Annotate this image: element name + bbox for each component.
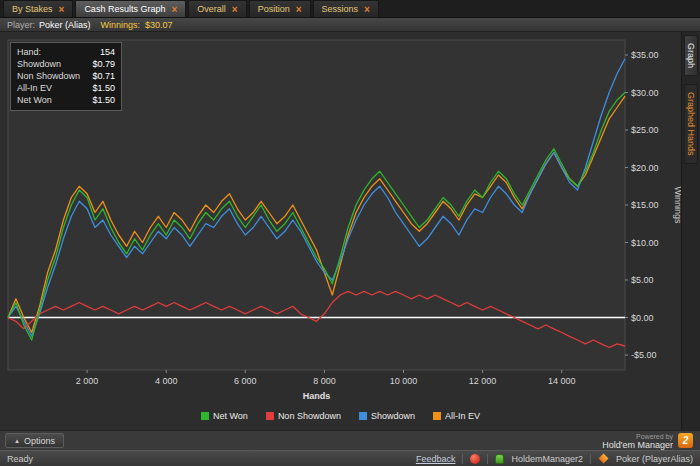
tab-cash-results-graph[interactable]: Cash Results Graph× xyxy=(75,0,186,17)
status-player-alias: Poker (PlayerAlias) xyxy=(616,454,693,464)
info-value: $1.50 xyxy=(92,94,115,106)
winnings-value: $30.07 xyxy=(145,20,173,30)
info-row-all-in-ev: All-In EV$1.50 xyxy=(17,82,115,94)
legend-swatch-icon xyxy=(201,412,209,420)
player-name: Poker (Alias) xyxy=(39,20,91,30)
tab-overall[interactable]: Overall× xyxy=(188,0,246,17)
player-label: Player: xyxy=(7,20,35,30)
y-tick-label: $0.00 xyxy=(631,313,654,323)
legend-item-net-won: Net Won xyxy=(201,411,248,421)
chart-area: Hand:154Showdown$0.79Non Showdown$0.71Al… xyxy=(0,32,681,430)
info-value: $0.79 xyxy=(92,58,115,70)
info-row-showdown: Showdown$0.79 xyxy=(17,58,115,70)
bottom-bar: ▲ Options Powered by Hold'em Manager 2 xyxy=(0,430,700,450)
chart-legend: Net WonNon ShowdownShowdownAll-In EV xyxy=(0,406,681,426)
tab-close-icon[interactable]: × xyxy=(296,5,302,14)
status-bar: Ready Feedback HoldemManager2 Poker (Pla… xyxy=(0,450,700,466)
legend-item-all-in-ev: All-In EV xyxy=(433,411,480,421)
info-value: $1.50 xyxy=(92,82,115,94)
divider xyxy=(487,454,488,464)
legend-swatch-icon xyxy=(359,412,367,420)
hm2-logo-icon: 2 xyxy=(678,433,693,448)
tab-label: Overall xyxy=(197,4,226,14)
options-label: Options xyxy=(24,436,55,446)
database-icon xyxy=(495,454,504,464)
x-axis-label: Hands xyxy=(303,391,331,401)
tab-sessions[interactable]: Sessions× xyxy=(313,0,379,17)
info-label: Showdown xyxy=(17,58,61,70)
info-row-non-showdown: Non Showdown$0.71 xyxy=(17,70,115,82)
legend-label: Net Won xyxy=(213,411,248,421)
tab-label: Sessions xyxy=(322,4,359,14)
info-value: $0.71 xyxy=(92,70,115,82)
feedback-link[interactable]: Feedback xyxy=(416,454,456,464)
player-icon xyxy=(599,454,609,464)
status-ready: Ready xyxy=(7,454,33,464)
divider xyxy=(590,454,591,464)
x-tick-label: 8 000 xyxy=(313,376,336,386)
holdem-manager-window: By Stakes×Cash Results Graph×Overall×Pos… xyxy=(0,0,700,466)
main-area: Hand:154Showdown$0.79Non Showdown$0.71Al… xyxy=(0,32,700,430)
legend-label: All-In EV xyxy=(445,411,480,421)
side-tab-graphed-hands[interactable]: Graphed Hands xyxy=(684,84,698,164)
x-tick-label: 12 000 xyxy=(469,376,497,386)
side-tab-graph[interactable]: Graph xyxy=(684,35,698,76)
powered-by: Powered by Hold'em Manager 2 xyxy=(602,433,695,449)
tab-close-icon[interactable]: × xyxy=(364,5,370,14)
y-axis-label: Winnings xyxy=(673,186,681,224)
tab-close-icon[interactable]: × xyxy=(171,5,177,14)
tab-close-icon[interactable]: × xyxy=(59,5,65,14)
info-label: Net Won xyxy=(17,94,52,106)
options-button[interactable]: ▲ Options xyxy=(5,433,64,448)
y-tick-label: -$5.00 xyxy=(631,350,657,360)
tab-label: By Stakes xyxy=(12,4,53,14)
legend-label: Non Showdown xyxy=(278,411,341,421)
info-row-hand: Hand:154 xyxy=(17,46,115,58)
y-tick-label: $10.00 xyxy=(631,238,659,248)
legend-item-showdown: Showdown xyxy=(359,411,415,421)
legend-swatch-icon xyxy=(266,412,274,420)
y-tick-label: $35.00 xyxy=(631,50,659,60)
divider xyxy=(462,454,463,464)
x-tick-label: 4 000 xyxy=(155,376,178,386)
info-box: Hand:154Showdown$0.79Non Showdown$0.71Al… xyxy=(10,42,122,111)
legend-item-non-showdown: Non Showdown xyxy=(266,411,341,421)
player-bar: Player: Poker (Alias) Winnings: $30.07 xyxy=(0,18,700,32)
winnings-label: Winnings: xyxy=(101,20,141,30)
y-tick-label: $25.00 xyxy=(631,125,659,135)
x-tick-label: 10 000 xyxy=(390,376,418,386)
status-right: Feedback HoldemManager2 Poker (PlayerAli… xyxy=(416,454,693,464)
y-tick-label: $15.00 xyxy=(631,200,659,210)
tab-label: Cash Results Graph xyxy=(84,4,165,14)
y-tick-label: $30.00 xyxy=(631,88,659,98)
powered-by-line2: Hold'em Manager xyxy=(602,441,673,449)
info-label: Hand: xyxy=(17,46,41,58)
info-label: Non Showdown xyxy=(17,70,80,82)
tab-position[interactable]: Position× xyxy=(249,0,311,17)
info-row-net-won: Net Won$1.50 xyxy=(17,94,115,106)
chevron-up-icon: ▲ xyxy=(14,438,20,444)
hm-red-icon[interactable] xyxy=(470,454,480,464)
tab-label: Position xyxy=(258,4,290,14)
x-tick-label: 2 000 xyxy=(76,376,99,386)
legend-swatch-icon xyxy=(433,412,441,420)
info-label: All-In EV xyxy=(17,82,52,94)
legend-label: Showdown xyxy=(371,411,415,421)
x-tick-label: 6 000 xyxy=(234,376,257,386)
y-tick-label: $20.00 xyxy=(631,163,659,173)
x-tick-label: 14 000 xyxy=(548,376,576,386)
database-name: HoldemManager2 xyxy=(511,454,583,464)
info-value: 154 xyxy=(100,46,115,58)
tab-by-stakes[interactable]: By Stakes× xyxy=(3,0,73,17)
side-tab-strip: Graph Graphed Hands xyxy=(681,32,700,430)
tab-close-icon[interactable]: × xyxy=(232,5,238,14)
y-tick-label: $5.00 xyxy=(631,275,654,285)
tab-bar: By Stakes×Cash Results Graph×Overall×Pos… xyxy=(0,0,700,18)
